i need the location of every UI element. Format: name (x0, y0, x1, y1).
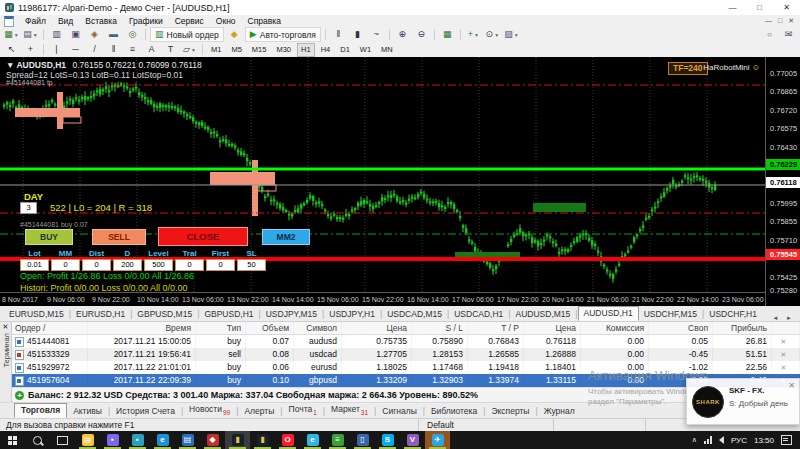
panel-field-input[interactable]: 0.01 (20, 259, 49, 271)
chart-tab-usdchf-h1[interactable]: USDCHF,H1 (704, 308, 762, 321)
timeframe-m1[interactable]: M1 (207, 43, 225, 57)
indicators-icon[interactable]: +▼ (465, 27, 482, 42)
zoom-in-icon[interactable]: ⊕ (394, 27, 411, 42)
navigator-icon[interactable]: ◈ (86, 27, 103, 42)
taskbar-app-ie[interactable]: e (300, 431, 325, 449)
terminal-tab-алерты[interactable]: Алерты (238, 405, 280, 418)
terminal-tab-почта[interactable]: Почта1 (283, 403, 323, 418)
notification-close-icon[interactable]: ✕ (788, 381, 795, 390)
panel-field-input[interactable]: 0 (175, 259, 204, 271)
menu-item[interactable]: Справка (242, 16, 287, 26)
column-header[interactable]: Своп (649, 322, 713, 334)
terminal-tab-торговля[interactable]: Торговля (14, 403, 67, 418)
autotrade-button[interactable]: ▶Авто-торговля (245, 27, 321, 42)
terminal-tab-сигналы[interactable]: Сигналы (376, 405, 422, 418)
new-chart-icon[interactable]: ▦▼ (3, 27, 20, 42)
order-row[interactable]: 4519576042017.11.22 22:09:39buy0.10gbpus… (12, 374, 800, 387)
chart-tab-usdchf-m15[interactable]: USDCHF,M15 (639, 308, 702, 321)
network-icon[interactable] (704, 436, 712, 444)
terminal-tab-библиотека[interactable]: Библиотека (425, 405, 483, 418)
language-indicator[interactable]: РУС (731, 436, 747, 445)
sell-button[interactable]: SELL (92, 229, 146, 245)
chart-tab-usdcad-m15[interactable]: USDCAD,M15 (382, 308, 447, 321)
text-label-icon[interactable]: T (162, 42, 179, 57)
buy-button[interactable]: BUY (25, 229, 73, 245)
start-button[interactable] (0, 431, 25, 449)
vertical-line-icon[interactable]: | (48, 42, 65, 57)
order-close-icon[interactable]: ✕ (772, 335, 800, 348)
chart-tab-audusd-h1[interactable]: AUDUSD,H1 (578, 306, 639, 321)
close-order-button[interactable]: CLOSE (158, 227, 248, 246)
taskbar-app-file-explorer[interactable]: ▤ (75, 431, 100, 449)
timeframe-m5[interactable]: M5 (227, 43, 245, 57)
strategy-tester-icon[interactable]: ◎ (124, 27, 141, 42)
search-icon[interactable]: ○ (761, 27, 778, 42)
text-icon[interactable]: A (143, 42, 160, 57)
cursor-icon[interactable]: ↖ (3, 42, 20, 57)
tile-windows-icon[interactable]: ▦ (439, 27, 456, 42)
terminal-panel-icon[interactable]: ▬ (105, 27, 122, 42)
taskbar-app-app-teal[interactable]: ▪ (125, 431, 150, 449)
timeframe-m15[interactable]: M15 (248, 43, 271, 57)
fibonacci-icon[interactable]: ≡ (124, 42, 141, 57)
column-header[interactable]: Ордер / (12, 322, 88, 334)
price-scale[interactable]: 0.770050.768650.767200.765750.764300.762… (765, 57, 800, 306)
chat-icon[interactable]: ✉ (780, 27, 797, 42)
shapes-icon[interactable]: ▱▼ (181, 42, 198, 57)
chart-line-icon[interactable]: ~ (368, 27, 385, 42)
panel-field-input[interactable]: 50 (237, 259, 266, 271)
chart-tab-usdcad-h1[interactable]: USDCAD,H1 (449, 308, 508, 321)
terminal-tab-активы[interactable]: Активы (67, 405, 108, 418)
day-value-box[interactable]: 3 (20, 202, 37, 214)
order-close-icon[interactable]: ✕ (772, 348, 800, 361)
taskbar-app-app-notes[interactable]: ▯ (350, 431, 375, 449)
menu-item[interactable]: Файл (19, 16, 52, 26)
zoom-out-icon[interactable]: ⊖ (413, 27, 430, 42)
timeframe-mn[interactable]: MN (377, 43, 397, 57)
action-center-icon[interactable] (781, 435, 792, 445)
column-header[interactable]: Цена (524, 322, 581, 334)
tray-expand-icon[interactable]: ∧ (692, 436, 697, 444)
taskbar-app-app-red[interactable]: ◆ (200, 431, 225, 449)
chart-tab-gbpusd-m15[interactable]: GBPUSD,M15 (132, 308, 197, 321)
money-management-button[interactable]: MM2 (262, 229, 310, 245)
speaker-icon[interactable] (719, 436, 724, 444)
chart-bars-icon[interactable]: ‖ (330, 27, 347, 42)
equidistant-channel-icon[interactable]: ‖ (105, 42, 122, 57)
menu-item[interactable]: Вставка (79, 16, 123, 26)
horizontal-line-icon[interactable]: ─ (67, 42, 84, 57)
close-button[interactable]: ✕ (773, 0, 800, 15)
timeframe-m30[interactable]: M30 (272, 43, 295, 57)
metaeditor-icon[interactable]: ◆ (226, 27, 243, 42)
child-window-control[interactable]: □ (778, 17, 782, 25)
taskbar-app-skype[interactable]: S (375, 431, 400, 449)
timeframe-h1[interactable]: H1 (297, 43, 315, 57)
terminal-tab-эксперты[interactable]: Эксперты (485, 405, 535, 418)
task-view-icon[interactable] (50, 431, 75, 449)
taskbar-app-app-stripes[interactable]: ≡ (325, 431, 350, 449)
column-header[interactable]: Объем (246, 322, 294, 334)
column-header[interactable]: Время (88, 322, 196, 334)
column-header[interactable]: Символ (294, 322, 342, 334)
clock[interactable]: 13:50 (754, 436, 774, 445)
terminal-tab-новости[interactable]: Новости99 (183, 403, 236, 418)
child-window-icon[interactable] (4, 16, 14, 27)
chart-candles-icon[interactable]: ▮ (349, 27, 366, 42)
chart-tab-usdjpy-h1[interactable]: USDJPY,H1 (324, 308, 380, 321)
timeframe-h4[interactable]: H4 (317, 43, 335, 57)
profiles-icon[interactable]: ▤▼ (22, 27, 39, 42)
column-header[interactable]: Цена (342, 322, 412, 334)
chart-tab-eurusd-m15[interactable]: EURUSD,M15 (4, 308, 69, 321)
chart-area[interactable]: ▼ AUDUSD,H1 0.76155 0.76221 0.76099 0.76… (0, 57, 800, 306)
data-window-icon[interactable]: ▣ (67, 27, 84, 42)
trendline-icon[interactable]: / (86, 42, 103, 57)
status-profile[interactable]: Default (418, 419, 553, 431)
new-order-button[interactable]: ▥Новый ордер (150, 27, 224, 42)
column-header[interactable]: T / P (468, 322, 524, 334)
order-close-icon[interactable]: ✕ (772, 361, 800, 374)
market-watch-icon[interactable]: ▥ (48, 27, 65, 42)
column-header[interactable]: Прибыль (713, 322, 772, 334)
panel-field-input[interactable]: 0 (206, 259, 235, 271)
terminal-close-icon[interactable]: ✕ (0, 322, 11, 331)
taskbar-app-viber[interactable]: V (400, 431, 425, 449)
